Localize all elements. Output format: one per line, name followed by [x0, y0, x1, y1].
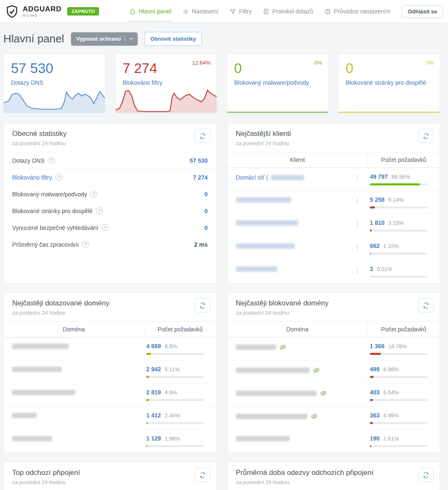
- panel-subtitle: za poslední 24 hodinu: [236, 479, 432, 485]
- refresh-icon: [199, 472, 206, 478]
- request-count[interactable]: 4 889: [146, 343, 161, 349]
- eye-slash-icon[interactable]: [279, 344, 286, 351]
- request-count[interactable]: 662: [370, 242, 380, 249]
- redacted-domain: [236, 368, 309, 373]
- nav-dashboard[interactable]: Hlavní panel: [129, 0, 171, 23]
- card-label[interactable]: Dotazy DNS: [11, 79, 105, 86]
- domain-row: 1 1291.96%: [4, 430, 216, 453]
- kebab-menu-icon[interactable]: ⋮: [350, 266, 365, 273]
- progress-fill: [146, 445, 147, 447]
- card-blocked-adult: 0% 0 Blokované stránky pro dospělé: [338, 54, 440, 113]
- request-count[interactable]: 190: [370, 435, 380, 442]
- eye-slash-icon[interactable]: [311, 413, 318, 420]
- nav-query-log[interactable]: Protokol dotazů: [263, 0, 313, 23]
- eye-slash-icon[interactable]: [320, 390, 327, 397]
- request-count[interactable]: 1 129: [146, 435, 161, 442]
- stat-label-link[interactable]: Blokováno filtry: [12, 174, 52, 181]
- refresh-button[interactable]: [195, 129, 210, 143]
- shield-check-logo-icon: [5, 5, 19, 18]
- request-percent: 2.61%: [383, 435, 399, 442]
- panel-subtitle: za poslední 24 hodinu: [12, 479, 208, 485]
- stat-label: Vynucené bezpečné vyhledávání: [12, 224, 98, 231]
- client-row: Domácí síť ( ⋮ 49 79786.56%: [228, 168, 440, 191]
- kebab-menu-icon[interactable]: ⋮: [350, 242, 365, 250]
- domain-row: 1902.61%: [228, 430, 440, 453]
- stat-row: Blokováno filtry? 7 274: [4, 169, 216, 185]
- kebab-menu-icon[interactable]: ⋮: [350, 219, 365, 227]
- help-icon[interactable]: ?: [55, 174, 63, 181]
- help-icon[interactable]: ?: [48, 157, 55, 164]
- column-domain: Doména: [4, 322, 144, 337]
- client-row: ⋮ 30.01%: [228, 260, 440, 283]
- document-icon: [263, 8, 269, 15]
- domain-row: 4 8898.5%: [4, 337, 216, 360]
- card-label[interactable]: Blokováno filtry: [123, 79, 217, 86]
- disable-protection-button[interactable]: Vypnout ochranu: [71, 32, 138, 46]
- stat-label: Blokovaný malware/podvody: [12, 191, 87, 198]
- redacted-domain: [236, 391, 317, 396]
- request-percent: 2.45%: [165, 412, 180, 419]
- card-dns-queries: 57 530 Dotazy DNS: [3, 54, 105, 113]
- refresh-button[interactable]: [418, 129, 434, 143]
- request-count[interactable]: 403: [370, 389, 380, 396]
- logout-button[interactable]: Odhlásit se: [402, 5, 443, 18]
- refresh-button[interactable]: [418, 298, 434, 313]
- sparkline-chart: [115, 88, 217, 113]
- refresh-button[interactable]: [195, 298, 210, 313]
- card-percent: 0%: [314, 60, 322, 66]
- nav-setup-guide[interactable]: Průvodce nastavením: [325, 0, 390, 23]
- request-count[interactable]: 49 797: [370, 173, 388, 180]
- stat-label: Průměrný čas zpracování: [12, 241, 79, 248]
- nav-settings[interactable]: Nastavení: [183, 0, 218, 23]
- stat-row: Blokované stránky pro dospělé? 0: [4, 202, 216, 219]
- progress-track: [146, 353, 204, 355]
- redacted-domain: [12, 344, 69, 349]
- request-count[interactable]: 499: [370, 366, 380, 373]
- kebab-menu-icon[interactable]: ⋮: [350, 173, 365, 181]
- redacted-domain: [236, 344, 276, 350]
- client-name[interactable]: Domácí síť (: [236, 174, 268, 181]
- refresh-icon: [199, 302, 206, 309]
- request-count[interactable]: 1 412: [146, 412, 161, 419]
- request-percent: 5.54%: [383, 389, 399, 396]
- refresh-icon: [423, 133, 429, 139]
- redacted-domain: [12, 367, 62, 372]
- help-icon[interactable]: ?: [102, 224, 109, 231]
- request-percent: 6.86%: [383, 366, 399, 373]
- panel-title: Top odchozí připojení: [12, 469, 208, 477]
- gear-icon: [183, 8, 189, 15]
- kebab-menu-icon[interactable]: ⋮: [350, 196, 365, 204]
- refresh-statistics-button[interactable]: Obnovit statistiky: [144, 32, 202, 46]
- stat-value: 57 530: [190, 157, 208, 164]
- column-client: Klient: [228, 152, 368, 167]
- refresh-button[interactable]: [418, 468, 434, 482]
- progress-fill: [370, 253, 371, 255]
- request-count[interactable]: 5 258: [370, 196, 385, 203]
- request-count[interactable]: 1 366: [370, 343, 385, 349]
- request-count[interactable]: 2 942: [146, 366, 161, 373]
- refresh-icon: [423, 472, 429, 478]
- brand[interactable]: ADGUARD HOME: [5, 5, 61, 18]
- help-icon[interactable]: ?: [96, 207, 103, 214]
- nav-filters[interactable]: Filtry: [230, 0, 252, 23]
- request-count[interactable]: 1 810: [370, 219, 385, 226]
- request-count[interactable]: 3: [370, 266, 373, 272]
- refresh-button[interactable]: [195, 468, 210, 482]
- panel-title: Nejčastěji dotazované domény: [12, 299, 208, 308]
- redacted-domain: [236, 436, 290, 441]
- card-accent-line: [338, 112, 440, 113]
- eye-slash-icon[interactable]: [313, 367, 320, 374]
- question-circle-icon: [325, 8, 331, 15]
- request-count[interactable]: 2 819: [146, 389, 161, 396]
- progress-track: [370, 445, 427, 447]
- request-percent: 1.15%: [383, 243, 399, 249]
- progress-fill: [146, 376, 149, 378]
- help-icon[interactable]: ?: [90, 190, 97, 198]
- panel-top-queried-domains: Nejčastěji dotazované domény za poslední…: [3, 292, 217, 453]
- request-count[interactable]: 363: [370, 412, 380, 419]
- domain-row: 1 36618.78%: [228, 337, 440, 360]
- redacted-client: [236, 220, 298, 226]
- card-label[interactable]: Blokované stránky pro dospělé: [346, 79, 440, 86]
- card-label[interactable]: Blokovaný malware/podvody: [234, 79, 328, 86]
- help-icon[interactable]: ?: [82, 241, 89, 248]
